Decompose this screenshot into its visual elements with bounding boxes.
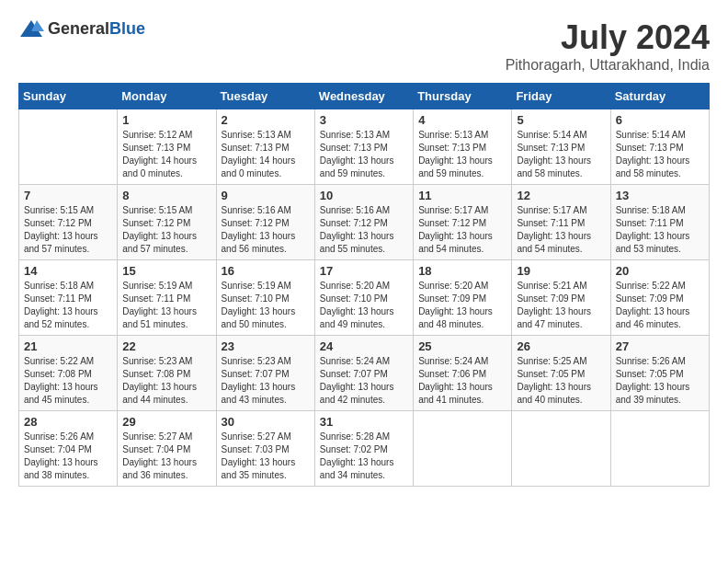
day-number: 6 (616, 113, 704, 127)
header-sunday: Sunday (19, 84, 118, 109)
day-info: Sunrise: 5:22 AM Sunset: 7:09 PM Dayligh… (616, 280, 704, 331)
day-number: 29 (122, 415, 210, 429)
calendar-cell (512, 411, 610, 487)
day-number: 15 (122, 264, 210, 278)
day-number: 26 (517, 339, 605, 353)
calendar-cell: 2Sunrise: 5:13 AM Sunset: 7:13 PM Daylig… (216, 109, 314, 185)
day-number: 12 (517, 189, 605, 202)
calendar-cell: 30Sunrise: 5:27 AM Sunset: 7:03 PM Dayli… (216, 411, 314, 487)
day-info: Sunrise: 5:12 AM Sunset: 7:13 PM Dayligh… (122, 129, 210, 180)
calendar-cell: 10Sunrise: 5:16 AM Sunset: 7:12 PM Dayli… (314, 185, 413, 260)
logo-text: GeneralBlue (48, 19, 145, 39)
day-number: 10 (320, 189, 408, 202)
day-number: 19 (517, 264, 605, 278)
day-info: Sunrise: 5:13 AM Sunset: 7:13 PM Dayligh… (320, 129, 408, 180)
day-info: Sunrise: 5:13 AM Sunset: 7:13 PM Dayligh… (418, 129, 506, 180)
calendar-cell: 24Sunrise: 5:24 AM Sunset: 7:07 PM Dayli… (314, 336, 413, 411)
day-number: 7 (24, 189, 112, 202)
day-info: Sunrise: 5:23 AM Sunset: 7:07 PM Dayligh… (222, 355, 310, 407)
calendar-cell: 28Sunrise: 5:26 AM Sunset: 7:04 PM Dayli… (19, 411, 118, 487)
day-number: 31 (320, 415, 408, 429)
header-monday: Monday (118, 84, 216, 109)
day-number: 3 (320, 113, 408, 127)
day-number: 8 (122, 189, 210, 202)
day-info: Sunrise: 5:13 AM Sunset: 7:13 PM Dayligh… (222, 129, 310, 180)
calendar-cell: 21Sunrise: 5:22 AM Sunset: 7:08 PM Dayli… (19, 336, 118, 411)
calendar-cell: 19Sunrise: 5:21 AM Sunset: 7:09 PM Dayli… (512, 260, 610, 336)
day-info: Sunrise: 5:26 AM Sunset: 7:04 PM Dayligh… (24, 431, 112, 482)
calendar-cell: 25Sunrise: 5:24 AM Sunset: 7:06 PM Dayli… (414, 336, 512, 411)
day-info: Sunrise: 5:23 AM Sunset: 7:08 PM Dayligh… (122, 355, 210, 407)
calendar-cell: 8Sunrise: 5:15 AM Sunset: 7:12 PM Daylig… (118, 185, 216, 260)
calendar-cell: 5Sunrise: 5:14 AM Sunset: 7:13 PM Daylig… (512, 109, 610, 185)
day-info: Sunrise: 5:21 AM Sunset: 7:09 PM Dayligh… (517, 280, 605, 331)
calendar-cell: 15Sunrise: 5:19 AM Sunset: 7:11 PM Dayli… (118, 260, 216, 336)
day-info: Sunrise: 5:15 AM Sunset: 7:12 PM Dayligh… (122, 204, 210, 256)
week-row-2: 7Sunrise: 5:15 AM Sunset: 7:12 PM Daylig… (19, 185, 710, 260)
day-info: Sunrise: 5:24 AM Sunset: 7:06 PM Dayligh… (418, 355, 506, 407)
logo-icon (18, 18, 44, 39)
calendar-cell: 9Sunrise: 5:16 AM Sunset: 7:12 PM Daylig… (216, 185, 314, 260)
calendar-cell: 22Sunrise: 5:23 AM Sunset: 7:08 PM Dayli… (118, 336, 216, 411)
title-block: July 2024 Pithoragarh, Uttarakhand, Indi… (506, 18, 710, 74)
day-number: 22 (122, 339, 210, 353)
day-number: 25 (418, 339, 506, 353)
calendar-cell: 18Sunrise: 5:20 AM Sunset: 7:09 PM Dayli… (414, 260, 512, 336)
calendar-cell: 16Sunrise: 5:19 AM Sunset: 7:10 PM Dayli… (216, 260, 314, 336)
logo-general: General (48, 19, 109, 38)
calendar-cell: 1Sunrise: 5:12 AM Sunset: 7:13 PM Daylig… (118, 109, 216, 185)
header-friday: Friday (512, 84, 610, 109)
day-info: Sunrise: 5:20 AM Sunset: 7:09 PM Dayligh… (418, 280, 506, 331)
day-info: Sunrise: 5:22 AM Sunset: 7:08 PM Dayligh… (24, 355, 112, 407)
day-info: Sunrise: 5:15 AM Sunset: 7:12 PM Dayligh… (24, 204, 112, 256)
day-info: Sunrise: 5:17 AM Sunset: 7:12 PM Dayligh… (418, 204, 506, 256)
day-number: 14 (24, 264, 112, 278)
day-number: 20 (616, 264, 704, 278)
calendar-cell: 12Sunrise: 5:17 AM Sunset: 7:11 PM Dayli… (512, 185, 610, 260)
day-info: Sunrise: 5:16 AM Sunset: 7:12 PM Dayligh… (222, 204, 310, 256)
calendar-cell (414, 411, 512, 487)
day-number: 23 (222, 339, 310, 353)
week-row-1: 1Sunrise: 5:12 AM Sunset: 7:13 PM Daylig… (19, 109, 710, 185)
calendar-cell: 7Sunrise: 5:15 AM Sunset: 7:12 PM Daylig… (19, 185, 118, 260)
day-number: 27 (616, 339, 704, 353)
day-info: Sunrise: 5:24 AM Sunset: 7:07 PM Dayligh… (320, 355, 408, 407)
main-title: July 2024 (506, 18, 710, 57)
calendar-cell (19, 109, 118, 185)
day-info: Sunrise: 5:28 AM Sunset: 7:02 PM Dayligh… (320, 431, 408, 482)
calendar-cell: 4Sunrise: 5:13 AM Sunset: 7:13 PM Daylig… (414, 109, 512, 185)
day-info: Sunrise: 5:25 AM Sunset: 7:05 PM Dayligh… (517, 355, 605, 407)
subtitle: Pithoragarh, Uttarakhand, India (506, 57, 710, 74)
day-info: Sunrise: 5:19 AM Sunset: 7:10 PM Dayligh… (222, 280, 310, 331)
day-info: Sunrise: 5:18 AM Sunset: 7:11 PM Dayligh… (24, 280, 112, 331)
day-number: 1 (122, 113, 210, 127)
day-number: 13 (616, 189, 704, 202)
calendar-cell: 13Sunrise: 5:18 AM Sunset: 7:11 PM Dayli… (610, 185, 709, 260)
calendar-cell (610, 411, 709, 487)
page-header: GeneralBlue July 2024 Pithoragarh, Uttar… (18, 18, 710, 74)
day-info: Sunrise: 5:18 AM Sunset: 7:11 PM Dayligh… (616, 204, 704, 256)
calendar-cell: 26Sunrise: 5:25 AM Sunset: 7:05 PM Dayli… (512, 336, 610, 411)
calendar-cell: 23Sunrise: 5:23 AM Sunset: 7:07 PM Dayli… (216, 336, 314, 411)
day-info: Sunrise: 5:20 AM Sunset: 7:10 PM Dayligh… (320, 280, 408, 331)
day-number: 9 (222, 189, 310, 202)
day-number: 30 (222, 415, 310, 429)
day-info: Sunrise: 5:14 AM Sunset: 7:13 PM Dayligh… (517, 129, 605, 180)
day-number: 11 (418, 189, 506, 202)
header-tuesday: Tuesday (216, 84, 314, 109)
week-row-5: 28Sunrise: 5:26 AM Sunset: 7:04 PM Dayli… (19, 411, 710, 487)
day-number: 5 (517, 113, 605, 127)
calendar-cell: 17Sunrise: 5:20 AM Sunset: 7:10 PM Dayli… (314, 260, 413, 336)
day-number: 16 (222, 264, 310, 278)
calendar-cell: 29Sunrise: 5:27 AM Sunset: 7:04 PM Dayli… (118, 411, 216, 487)
day-number: 18 (418, 264, 506, 278)
day-number: 17 (320, 264, 408, 278)
day-number: 21 (24, 339, 112, 353)
day-info: Sunrise: 5:27 AM Sunset: 7:03 PM Dayligh… (222, 431, 310, 482)
calendar-cell: 27Sunrise: 5:26 AM Sunset: 7:05 PM Dayli… (610, 336, 709, 411)
day-info: Sunrise: 5:27 AM Sunset: 7:04 PM Dayligh… (122, 431, 210, 482)
day-info: Sunrise: 5:17 AM Sunset: 7:11 PM Dayligh… (517, 204, 605, 256)
day-info: Sunrise: 5:16 AM Sunset: 7:12 PM Dayligh… (320, 204, 408, 256)
day-number: 2 (222, 113, 310, 127)
header-saturday: Saturday (610, 84, 709, 109)
